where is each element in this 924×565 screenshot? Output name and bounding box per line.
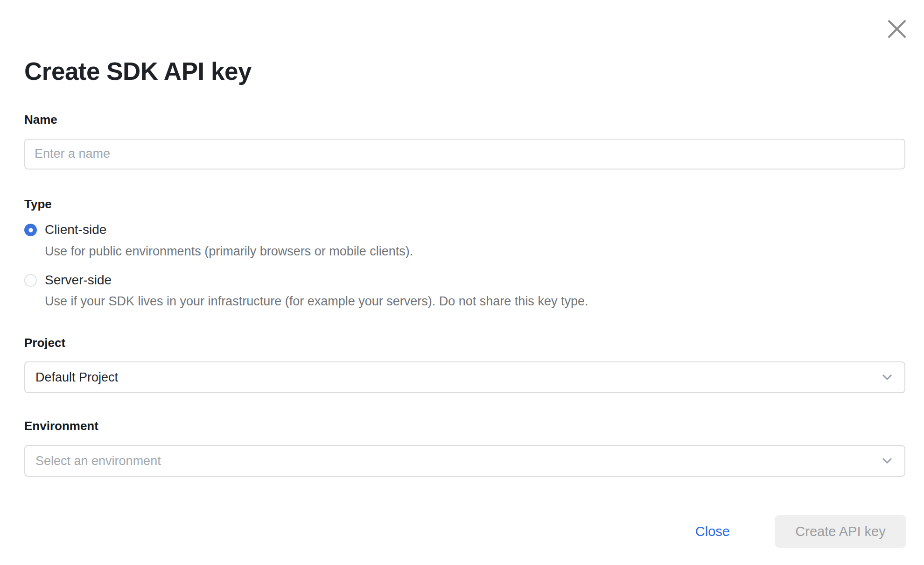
create-sdk-api-key-dialog: Create SDK API key Name Type Client-side… xyxy=(0,0,924,565)
page-title: Create SDK API key xyxy=(24,0,905,85)
close-icon[interactable] xyxy=(886,18,908,40)
project-label: Project xyxy=(24,336,905,350)
name-label: Name xyxy=(24,113,905,127)
radio-option-label: Server-side xyxy=(45,273,112,288)
close-button[interactable]: Close xyxy=(695,524,730,539)
project-select[interactable]: Default Project xyxy=(24,361,905,393)
dialog-footer: Close Create API key xyxy=(695,515,906,548)
radio-unselected-icon[interactable] xyxy=(24,274,37,287)
type-label: Type xyxy=(24,198,905,211)
radio-selected-icon[interactable] xyxy=(24,224,37,236)
radio-option-server-side[interactable]: Server-side xyxy=(24,273,905,288)
name-input[interactable] xyxy=(24,139,905,170)
radio-option-description: Use for public environments (primarily b… xyxy=(45,244,905,259)
radio-option-label: Client-side xyxy=(45,223,106,237)
radio-option-description: Use if your SDK lives in your infrastruc… xyxy=(45,294,905,309)
radio-option-client-side[interactable]: Client-side xyxy=(24,223,905,237)
project-select-value: Default Project xyxy=(35,370,118,385)
environment-select[interactable]: Select an environment xyxy=(24,445,905,477)
environment-label: Environment xyxy=(24,419,905,433)
chevron-down-icon xyxy=(880,370,894,384)
create-api-key-button[interactable]: Create API key xyxy=(775,515,906,548)
chevron-down-icon xyxy=(880,454,894,468)
environment-select-placeholder: Select an environment xyxy=(35,454,161,468)
